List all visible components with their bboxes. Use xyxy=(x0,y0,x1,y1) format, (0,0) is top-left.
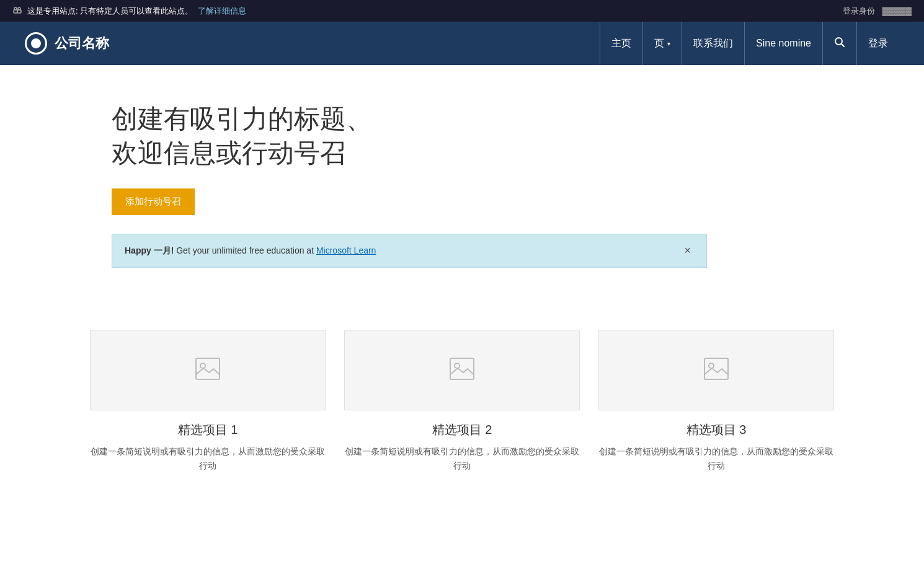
notification-text: Happy 一月! Get your unlimited free educat… xyxy=(125,245,376,257)
svg-rect-10 xyxy=(704,358,728,379)
notification-normal: Get your unlimited free education at xyxy=(176,245,316,255)
logo-inner-circle xyxy=(31,38,41,48)
card-3-desc: 创建一条简短说明或有吸引力的信息，从而激励您的受众采取行动 xyxy=(598,444,834,472)
nav-item-sine-label: Sine nomine xyxy=(756,38,811,49)
notification-bold: Happy 一月! xyxy=(125,245,174,255)
svg-point-7 xyxy=(200,363,205,368)
card-2: 精选项目 2 创建一条简短说明或有吸引力的信息，从而激励您的受众采取行动 xyxy=(344,330,580,472)
nav-item-home[interactable]: 主页 xyxy=(600,22,643,65)
hero-title: 创建有吸引力的标题、 欢迎信息或行动号召 xyxy=(112,102,812,170)
svg-line-5 xyxy=(842,44,845,47)
nav-item-sine[interactable]: Sine nomine xyxy=(745,22,823,65)
navbar: 公司名称 主页 页 ▾ 联系我们 Sine nomine 登录 xyxy=(0,22,924,65)
svg-rect-8 xyxy=(450,358,474,379)
cards-section: 精选项目 1 创建一条简短说明或有吸引力的信息，从而激励您的受众采取行动 精选项… xyxy=(0,330,924,510)
notification-banner: Happy 一月! Get your unlimited free educat… xyxy=(112,234,707,268)
nav-item-contact-label: 联系我们 xyxy=(693,37,733,50)
logo-icon xyxy=(25,32,47,55)
main-content: 创建有吸引力的标题、 欢迎信息或行动号召 添加行动号召 Happy 一月! Ge… xyxy=(0,65,924,330)
user-avatar: ▓▓▓▓▓ xyxy=(882,6,912,15)
site-logo[interactable]: 公司名称 xyxy=(25,32,109,55)
image-placeholder-icon-1 xyxy=(195,356,220,384)
login-label: 登录 xyxy=(868,37,888,50)
notification-close-button[interactable]: × xyxy=(681,244,694,257)
svg-point-9 xyxy=(455,363,460,368)
announcement-text: 这是专用站点: 只有特定人员可以查看此站点。 xyxy=(27,6,193,17)
nav-links: 主页 页 ▾ 联系我们 Sine nomine 登录 xyxy=(600,22,899,65)
image-placeholder-icon-2 xyxy=(450,356,474,384)
login-identity-text: 登录身份 xyxy=(843,6,875,15)
hero-title-line1: 创建有吸引力的标题、 xyxy=(112,104,372,133)
nav-item-pages-label: 页 xyxy=(654,37,664,50)
cta-button[interactable]: 添加行动号召 xyxy=(112,188,195,215)
card-1-desc: 创建一条简短说明或有吸引力的信息，从而激励您的受众采取行动 xyxy=(90,444,326,472)
card-2-desc: 创建一条简短说明或有吸引力的信息，从而激励您的受众采取行动 xyxy=(344,444,580,472)
svg-point-11 xyxy=(709,363,714,368)
logo-text: 公司名称 xyxy=(55,34,109,53)
image-placeholder-icon-3 xyxy=(704,356,729,384)
svg-rect-3 xyxy=(17,10,21,13)
card-3-image xyxy=(598,330,834,410)
announcement-left: 这是专用站点: 只有特定人员可以查看此站点。 了解详细信息 xyxy=(12,5,246,17)
notification-link[interactable]: Microsoft Learn xyxy=(316,245,376,255)
hero-title-line2: 欢迎信息或行动号召 xyxy=(112,138,346,167)
card-3-title: 精选项目 3 xyxy=(686,422,747,438)
svg-rect-1 xyxy=(14,10,17,13)
card-1-image xyxy=(90,330,326,410)
announcement-bar: 这是专用站点: 只有特定人员可以查看此站点。 了解详细信息 登录身份 ▓▓▓▓▓ xyxy=(0,0,924,22)
nav-item-home-label: 主页 xyxy=(611,37,631,50)
card-1: 精选项目 1 创建一条简短说明或有吸引力的信息，从而激励您的受众采取行动 xyxy=(90,330,326,472)
login-button[interactable]: 登录 xyxy=(857,22,899,65)
nav-item-contact[interactable]: 联系我们 xyxy=(682,22,745,65)
card-2-image xyxy=(344,330,580,410)
nav-item-pages[interactable]: 页 ▾ xyxy=(643,22,682,65)
chevron-down-icon: ▾ xyxy=(667,40,670,47)
search-icon xyxy=(834,37,845,50)
svg-rect-6 xyxy=(196,358,220,379)
card-1-title: 精选项目 1 xyxy=(178,422,238,438)
lock-icon xyxy=(12,5,22,17)
card-2-title: 精选项目 2 xyxy=(432,422,492,438)
search-button[interactable] xyxy=(823,22,857,65)
card-3: 精选项目 3 创建一条简短说明或有吸引力的信息，从而激励您的受众采取行动 xyxy=(598,330,834,472)
announcement-right: 登录身份 ▓▓▓▓▓ xyxy=(843,6,912,17)
announcement-link[interactable]: 了解详细信息 xyxy=(198,6,246,17)
